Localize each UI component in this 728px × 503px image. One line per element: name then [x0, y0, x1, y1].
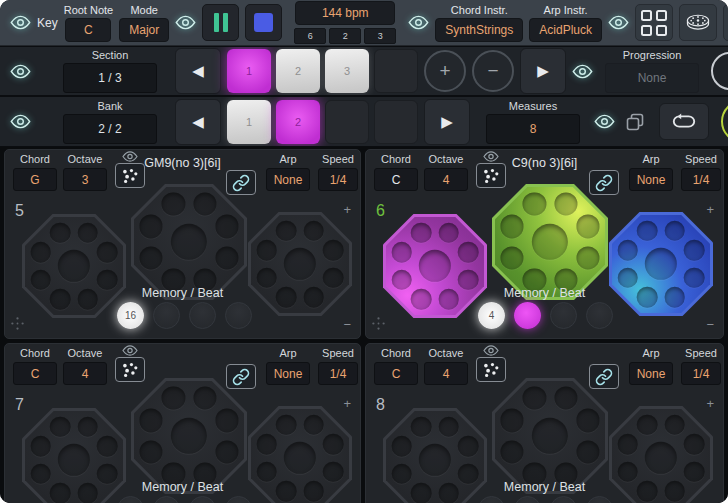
chord-pad-octagon[interactable]	[492, 184, 608, 300]
arp-value[interactable]: None	[266, 362, 310, 385]
pad-note-dot[interactable]	[323, 462, 344, 483]
pad-center-note[interactable]	[419, 444, 451, 476]
pad-note-dot[interactable]	[323, 240, 344, 261]
pause-button[interactable]	[202, 4, 239, 41]
copy-icon[interactable]	[625, 112, 645, 132]
link-icon[interactable]	[226, 170, 256, 195]
arp-value[interactable]: None	[629, 168, 673, 191]
pad-note-dot[interactable]	[637, 414, 658, 435]
pad-center-note[interactable]	[645, 442, 677, 474]
grid-pad-blank[interactable]	[374, 49, 418, 93]
eye-icon[interactable]	[608, 15, 629, 30]
prev-arrow-icon[interactable]: ◀	[175, 99, 221, 145]
memory-slot[interactable]	[153, 302, 180, 329]
chord-pad-octagon[interactable]	[22, 408, 126, 503]
pad-note-dot[interactable]	[215, 440, 238, 463]
progression-value[interactable]: None	[605, 63, 699, 93]
pad-note-dot[interactable]	[501, 215, 524, 238]
chord-pad-octagon[interactable]	[383, 408, 487, 503]
pad-note-dot[interactable]	[30, 270, 51, 291]
voicing-dots-icon[interactable]	[476, 357, 506, 382]
chord-pad-octagon[interactable]	[248, 212, 352, 316]
root-note-value[interactable]: C	[65, 18, 111, 42]
chord-instr-value[interactable]: SynthStrings	[435, 18, 523, 42]
memory-slot[interactable]	[189, 496, 216, 503]
pad-note-dot[interactable]	[256, 268, 277, 289]
memory-slot[interactable]	[586, 302, 613, 329]
pad-note-dot[interactable]	[411, 289, 432, 310]
pad-note-dot[interactable]	[97, 436, 118, 457]
pad-note-dot[interactable]	[323, 434, 344, 455]
pad-note-dot[interactable]	[391, 464, 412, 485]
pad-note-dot[interactable]	[215, 215, 238, 238]
memory-slot[interactable]	[189, 302, 216, 329]
eye-icon[interactable]	[10, 114, 31, 129]
grid-pad-1[interactable]: 1	[227, 49, 271, 93]
pad-center-note[interactable]	[171, 224, 207, 260]
pad-note-dot[interactable]	[30, 242, 51, 263]
memory-slot[interactable]	[550, 496, 577, 503]
eye-icon[interactable]	[10, 64, 31, 79]
pad-note-dot[interactable]	[78, 222, 99, 243]
pad-note-dot[interactable]	[637, 220, 658, 241]
chord-value[interactable]: C	[374, 168, 418, 191]
bpm-value[interactable]: 144 bpm	[295, 1, 395, 25]
octave-value[interactable]: 4	[424, 168, 468, 191]
pad-note-dot[interactable]	[617, 268, 638, 289]
handpan-view-button[interactable]	[679, 4, 717, 41]
octave-value[interactable]: 3	[63, 168, 107, 191]
pad-note-dot[interactable]	[323, 268, 344, 289]
pad-note-dot[interactable]	[30, 436, 51, 457]
loop-icon[interactable]	[659, 103, 709, 140]
pad-note-dot[interactable]	[256, 462, 277, 483]
eye-icon[interactable]	[10, 15, 31, 30]
memory-slot[interactable]: 4	[478, 302, 505, 329]
pad-note-dot[interactable]	[50, 416, 71, 437]
pad-center-note[interactable]	[532, 224, 568, 260]
pad-note-dot[interactable]	[684, 240, 705, 261]
pad-note-dot[interactable]	[617, 240, 638, 261]
pad-note-dot[interactable]	[411, 483, 432, 503]
pad-center-note[interactable]	[284, 248, 316, 280]
pad-note-dot[interactable]	[30, 464, 51, 485]
eye-icon[interactable]	[572, 64, 593, 79]
pad-note-dot[interactable]	[684, 462, 705, 483]
grid-pad-2[interactable]: 2	[276, 100, 320, 144]
chord-pad-octagon[interactable]	[131, 378, 247, 494]
chord-pad-octagon[interactable]	[383, 214, 487, 318]
pad-note-dot[interactable]	[140, 246, 163, 269]
subdivision-button[interactable]: 3	[364, 28, 396, 44]
speed-value[interactable]: 1/4	[681, 362, 721, 385]
pad-note-dot[interactable]	[78, 289, 99, 310]
octave-value[interactable]: 4	[63, 362, 107, 385]
pad-note-dot[interactable]	[576, 215, 599, 238]
move-handle-icon[interactable]	[11, 317, 24, 330]
zoom-in-control[interactable]: +	[706, 202, 714, 217]
pad-note-dot[interactable]	[411, 416, 432, 437]
link-icon[interactable]	[589, 170, 619, 195]
pad-note-dot[interactable]	[276, 220, 297, 241]
chord-pad-octagon[interactable]	[248, 406, 352, 503]
pad-note-dot[interactable]	[665, 481, 686, 502]
pad-note-dot[interactable]	[215, 246, 238, 269]
pad-note-dot[interactable]	[276, 414, 297, 435]
pad-note-dot[interactable]	[637, 287, 658, 308]
memory-slot[interactable]	[225, 496, 252, 503]
memory-slot[interactable]	[550, 302, 577, 329]
pad-note-dot[interactable]	[256, 434, 277, 455]
pad-note-dot[interactable]	[576, 246, 599, 269]
mode-value[interactable]: Major	[119, 18, 169, 42]
voicing-dots-icon[interactable]	[115, 357, 145, 382]
eye-icon[interactable]	[408, 15, 429, 30]
remove-section-button[interactable]: −	[472, 50, 514, 92]
bank-value[interactable]: 2 / 2	[63, 114, 157, 144]
pad-note-dot[interactable]	[215, 409, 238, 432]
pad-note-dot[interactable]	[78, 416, 99, 437]
pad-note-dot[interactable]	[439, 289, 460, 310]
pad-note-dot[interactable]	[97, 242, 118, 263]
memory-slot[interactable]	[586, 496, 613, 503]
pad-note-dot[interactable]	[97, 464, 118, 485]
stop-button[interactable]	[245, 4, 282, 41]
move-handle-icon[interactable]	[372, 317, 385, 330]
next-arrow-icon[interactable]: ▶	[520, 48, 566, 94]
